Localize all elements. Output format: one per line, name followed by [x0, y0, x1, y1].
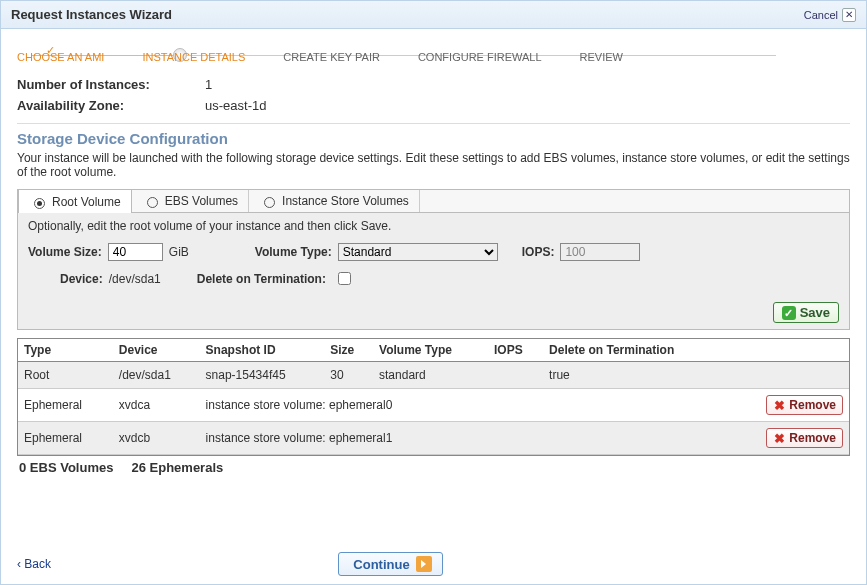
section-title: Storage Device Configuration [17, 130, 850, 147]
table-cell: xvdca [113, 389, 200, 422]
col-type: Type [18, 339, 113, 362]
dialog-title: Request Instances Wizard [11, 7, 172, 22]
num-instances-label: Number of Instances: [17, 77, 187, 92]
device-label: Device: [60, 272, 103, 286]
form-row-1: Volume Size: GiB Volume Type: Standard I… [18, 239, 849, 261]
tab-ins-label: Instance Store Volumes [282, 194, 409, 208]
volumes-table-wrap: Type Device Snapshot ID Size Volume Type… [17, 338, 850, 456]
device-value: /dev/sda1 [109, 272, 161, 286]
volume-size-unit: GiB [169, 245, 189, 259]
table-cell-action: ✖Remove [729, 389, 849, 422]
tab-instance-store[interactable]: Instance Store Volumes [249, 190, 420, 212]
tab-ins-radio[interactable] [264, 197, 275, 208]
table-cell: Ephemeral [18, 422, 113, 455]
remove-label: Remove [789, 431, 836, 445]
section-desc: Your instance will be launched with the … [17, 151, 850, 179]
iops-input [560, 243, 640, 261]
save-label: Save [800, 305, 830, 320]
tab-ebs-volumes[interactable]: EBS Volumes [132, 190, 249, 212]
form-row-2: Device: /dev/sda1 Delete on Termination: [18, 261, 849, 298]
volume-size-label: Volume Size: [28, 245, 102, 259]
table-cell: Ephemeral [18, 389, 113, 422]
remove-label: Remove [789, 398, 836, 412]
summary-num-instances-row: Number of Instances: 1 [17, 77, 850, 92]
table-row[interactable]: Ephemeralxvdcbinstance store volume: eph… [18, 422, 849, 455]
summary-az-row: Availability Zone: us-east-1d [17, 98, 850, 113]
volumes-table-scroll[interactable]: Type Device Snapshot ID Size Volume Type… [18, 339, 849, 455]
volumes-table: Type Device Snapshot ID Size Volume Type… [18, 339, 849, 455]
table-cell: /dev/sda1 [113, 362, 200, 389]
az-label: Availability Zone: [17, 98, 187, 113]
dot-checkbox[interactable] [338, 272, 351, 285]
check-icon: ✓ [782, 306, 796, 320]
tab-root-volume[interactable]: Root Volume [18, 189, 132, 213]
volume-type-label: Volume Type: [255, 245, 332, 259]
az-value: us-east-1d [205, 98, 266, 113]
back-link[interactable]: ‹ Back [17, 557, 51, 571]
table-cell: Root [18, 362, 113, 389]
volume-type-select[interactable]: Standard [338, 243, 498, 261]
step-create-key-pair: CREATE KEY PAIR [283, 37, 380, 63]
cancel-group: Cancel ✕ [804, 8, 856, 22]
wizard-stepper: ✓ CHOOSE AN AMI INSTANCE DETAILS CREATE … [1, 29, 866, 67]
step-review: REVIEW [580, 37, 623, 63]
footer: ‹ Back Continue [1, 552, 866, 576]
save-button[interactable]: ✓ Save [773, 302, 839, 323]
table-cell: true [543, 362, 729, 389]
storage-panel: Root Volume EBS Volumes Instance Store V… [17, 189, 850, 330]
table-cell [729, 362, 849, 389]
table-cell: instance store volume: ephemeral0 [200, 389, 729, 422]
tab-root-label: Root Volume [52, 195, 121, 209]
storage-tabs: Root Volume EBS Volumes Instance Store V… [18, 190, 849, 213]
summary-ebs: 0 EBS Volumes [19, 460, 113, 475]
close-icon[interactable]: ✕ [842, 8, 856, 22]
x-icon: ✖ [773, 432, 786, 445]
table-cell [488, 362, 543, 389]
col-dot: Delete on Termination [543, 339, 729, 362]
table-row[interactable]: Ephemeralxvdcainstance store volume: eph… [18, 389, 849, 422]
col-snapshot: Snapshot ID [200, 339, 325, 362]
col-iops: IOPS [488, 339, 543, 362]
remove-button[interactable]: ✖Remove [766, 428, 843, 448]
wizard-dialog: Request Instances Wizard Cancel ✕ ✓ CHOO… [0, 0, 867, 585]
remove-button[interactable]: ✖Remove [766, 395, 843, 415]
continue-label: Continue [353, 557, 409, 572]
cancel-link[interactable]: Cancel [804, 9, 838, 21]
col-device: Device [113, 339, 200, 362]
col-size: Size [324, 339, 373, 362]
table-cell: snap-15434f45 [200, 362, 325, 389]
tab-ebs-label: EBS Volumes [165, 194, 238, 208]
titlebar: Request Instances Wizard Cancel ✕ [1, 1, 866, 29]
volume-size-input[interactable] [108, 243, 163, 261]
num-instances-value: 1 [205, 77, 212, 92]
step-choose-ami[interactable]: CHOOSE AN AMI [17, 37, 104, 63]
volumes-summary: 0 EBS Volumes 26 Ephemerals [17, 456, 850, 479]
step-instance-details[interactable]: INSTANCE DETAILS [142, 37, 245, 63]
tab-ebs-radio[interactable] [147, 197, 158, 208]
table-cell-action: ✖Remove [729, 422, 849, 455]
table-cell: 30 [324, 362, 373, 389]
col-voltype: Volume Type [373, 339, 488, 362]
x-icon: ✖ [773, 399, 786, 412]
table-cell: instance store volume: ephemeral1 [200, 422, 729, 455]
continue-button[interactable]: Continue [338, 552, 442, 576]
table-cell: xvdcb [113, 422, 200, 455]
divider [17, 123, 850, 124]
dot-label: Delete on Termination: [197, 272, 326, 286]
table-row[interactable]: Root/dev/sda1snap-15434f4530standardtrue [18, 362, 849, 389]
tab-root-radio[interactable] [34, 198, 45, 209]
tab-note: Optionally, edit the root volume of your… [18, 213, 849, 239]
arrow-right-icon [416, 556, 432, 572]
step-configure-firewall: CONFIGURE FIREWALL [418, 37, 542, 63]
table-cell: standard [373, 362, 488, 389]
summary-ephemerals: 26 Ephemerals [131, 460, 223, 475]
iops-label: IOPS: [522, 245, 555, 259]
